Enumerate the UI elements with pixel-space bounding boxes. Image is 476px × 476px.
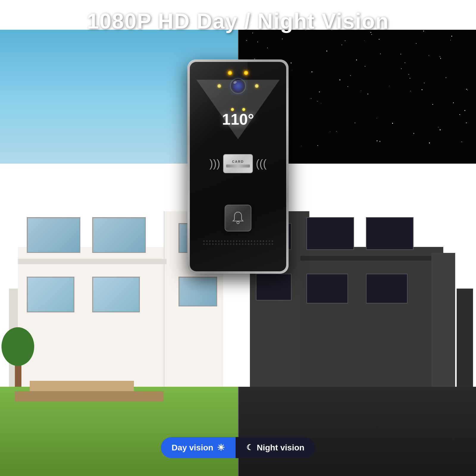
bell-button[interactable] (225, 205, 251, 231)
wave-right-icon: ((( (256, 157, 267, 170)
grille-dot-36 (239, 243, 240, 245)
grille-dot-26 (209, 243, 211, 245)
grille-dot-28 (215, 243, 217, 245)
grille-dot-24 (203, 243, 205, 245)
star-extra-38 (254, 59, 255, 59)
card-label-text: CARD (232, 160, 244, 163)
window-lower-left (27, 277, 74, 312)
device-frame: 110° ))) CARD ((( (187, 60, 289, 274)
grille-dot-20 (263, 240, 264, 242)
star-extra-40 (364, 40, 365, 41)
angle-text: 110° (222, 112, 254, 127)
led-side-left (217, 84, 221, 88)
window-night-lower-right (366, 274, 408, 303)
star-1 (416, 43, 416, 44)
day-vision-label: Day vision ☀ (161, 437, 236, 458)
grille-dot-5 (218, 240, 220, 242)
star-extra-51 (367, 94, 368, 95)
grille-dot-15 (248, 240, 249, 242)
grille-dot-37 (242, 243, 243, 245)
accent-strip-night (300, 256, 443, 261)
deck-day (30, 381, 134, 393)
star-9 (311, 71, 312, 72)
star-extra-17 (424, 83, 425, 83)
window-night-left-lower (256, 274, 292, 300)
led-side-right (255, 84, 259, 88)
star-extra-33 (379, 39, 379, 40)
star-extra-41 (410, 78, 410, 78)
star-extra-0 (365, 66, 365, 67)
sun-icon: ☀ (217, 442, 225, 453)
star-extra-9 (319, 92, 320, 92)
grille-dot-2 (209, 240, 211, 242)
camera-lens (230, 78, 246, 94)
rfid-waves: ))) CARD ((( (202, 154, 274, 173)
star-7 (267, 48, 268, 48)
wall-night-main (300, 247, 443, 402)
star-extra-24 (345, 40, 345, 41)
star-14 (380, 54, 381, 54)
led-top-left (228, 71, 232, 75)
star-extra-56 (408, 74, 409, 75)
grille-dot-39 (248, 243, 249, 245)
grille-dot-6 (221, 240, 223, 242)
grille-dot-17 (254, 240, 255, 242)
grille-dot-18 (257, 240, 258, 242)
grille-dot-19 (260, 240, 261, 242)
rfid-section: ))) CARD ((( (202, 154, 274, 173)
star-17 (347, 86, 348, 87)
bell-icon (231, 211, 245, 226)
grille-dot-7 (224, 240, 226, 242)
night-vision-text: Night vision (257, 443, 304, 452)
star-extra-5 (317, 101, 317, 101)
star-13 (291, 62, 292, 63)
star-extra-47 (466, 123, 467, 123)
star-extra-3 (453, 102, 454, 103)
star-extra-1 (466, 89, 467, 90)
grille-dot-25 (206, 243, 208, 245)
star-extra-39 (405, 62, 405, 63)
grille-dot-46 (269, 243, 270, 245)
led-top-right (244, 71, 248, 75)
grille-dot-23 (272, 240, 273, 242)
star-extra-20 (440, 129, 440, 130)
grille-dot-33 (230, 243, 231, 245)
device-inner: 110° ))) CARD ((( (190, 62, 286, 271)
star-6 (356, 60, 357, 60)
star-extra-10 (330, 131, 330, 132)
star-extra-2 (414, 133, 414, 134)
star-5 (440, 57, 440, 57)
star-8 (401, 68, 402, 69)
title-text: 1080P HD Day / Night Vision (87, 9, 389, 33)
window-upper-left (27, 217, 80, 253)
star-11 (446, 77, 446, 78)
grille-dot-22 (269, 240, 270, 242)
window-right-lower (178, 277, 217, 306)
star-extra-7 (350, 75, 351, 76)
moon-icon: ☾ (246, 443, 253, 452)
star-extra-23 (459, 114, 460, 115)
grille-dot-43 (260, 243, 261, 245)
star-extra-18 (380, 141, 380, 142)
angle-display: 110° (222, 108, 254, 127)
grille-dot-32 (227, 243, 228, 245)
right-panel-night (431, 253, 455, 402)
wall-night-right (457, 289, 473, 402)
window-night-upper-right (366, 217, 414, 250)
night-vision-label: ☾ Night vision (236, 437, 315, 458)
star-extra-16 (377, 118, 377, 118)
star-extra-57 (377, 140, 378, 141)
grille-dot-8 (227, 240, 228, 242)
grille-dot-12 (239, 240, 240, 242)
grille-dot-29 (218, 243, 220, 245)
grille-dot-34 (233, 243, 234, 245)
led-top-row (196, 71, 280, 75)
grille-dot-40 (251, 243, 252, 245)
star-2 (371, 34, 372, 35)
grille-dot-47 (272, 243, 273, 245)
camera-container (196, 78, 280, 94)
grille-dot-44 (263, 243, 264, 245)
window-night-upper-left (306, 217, 354, 250)
grille-dot-14 (245, 240, 246, 242)
star-extra-6 (432, 104, 433, 105)
